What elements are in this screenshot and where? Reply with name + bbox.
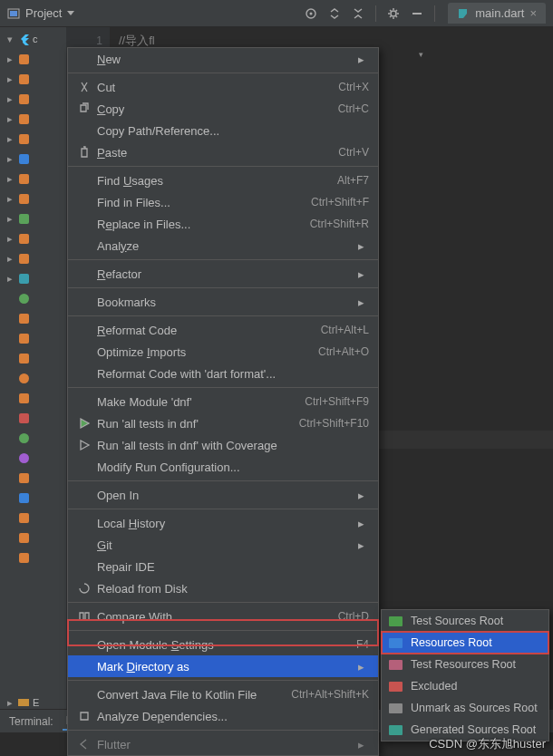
target-icon[interactable] (301, 4, 321, 24)
tree-item[interactable] (0, 508, 66, 528)
gear-icon[interactable] (383, 4, 403, 24)
menu-item[interactable]: CutCtrl+X (68, 76, 378, 98)
menu-item[interactable]: Optimize ImportsCtrl+Alt+O (68, 341, 378, 363)
menu-item[interactable]: Mark Directory as▸ (68, 655, 378, 677)
submenu-item[interactable]: Excluded (382, 675, 548, 697)
tree-item[interactable] (0, 488, 66, 508)
tree-item[interactable]: ▸ (0, 109, 66, 129)
close-icon[interactable]: × (529, 6, 537, 20)
menu-item[interactable]: Local History▸ (68, 512, 378, 534)
menu-item[interactable]: CopyCtrl+C (68, 98, 378, 120)
tree-item[interactable] (0, 428, 66, 448)
tree-item[interactable]: ▸ (0, 189, 66, 208)
tree-item[interactable] (0, 328, 66, 348)
tree-item[interactable]: ▸ (0, 228, 66, 248)
menu-item[interactable]: Replace in Files...Ctrl+Shift+R (68, 213, 378, 235)
menu-item[interactable]: Refactor▸ (68, 263, 378, 285)
tree-item[interactable]: ▸ (0, 149, 66, 169)
tree-item[interactable]: ▸ (0, 89, 66, 109)
flutter-icon (17, 33, 30, 45)
tab-filename: main.dart (475, 6, 524, 20)
menu-item[interactable]: New▸ (68, 48, 378, 70)
submenu-item[interactable]: Test Resources Root (382, 654, 548, 675)
menu-item[interactable]: Compare With...Ctrl+D (68, 606, 378, 627)
context-menu: New▸CutCtrl+XCopyCtrl+CCopy Path/Referen… (67, 47, 379, 756)
menu-item[interactable]: Copy Path/Reference... (68, 120, 378, 141)
tree-item[interactable] (0, 408, 66, 428)
expand-all-icon[interactable] (325, 4, 344, 24)
editor-tab[interactable]: main.dart × (448, 3, 546, 24)
tree-item[interactable] (0, 448, 66, 468)
tree-item[interactable] (0, 388, 66, 408)
svg-point-4 (391, 11, 396, 16)
menu-item[interactable]: PasteCtrl+V (68, 141, 378, 163)
menu-item[interactable]: Run 'all tests in dnf' with Coverage (68, 434, 378, 456)
toolbar: Project main.dart × (0, 0, 553, 27)
tree-item[interactable] (0, 308, 66, 328)
menu-item[interactable]: Make Module 'dnf'Ctrl+Shift+F9 (68, 391, 378, 412)
menu-item[interactable]: Run 'all tests in dnf'Ctrl+Shift+F10 (68, 412, 378, 434)
terminal-label: Terminal: (9, 715, 53, 728)
tree-item[interactable] (0, 548, 66, 567)
menu-item[interactable]: Repair IDE (68, 556, 378, 577)
collapse-all-icon[interactable] (348, 4, 368, 24)
tree-item[interactable] (0, 468, 66, 488)
menu-item[interactable]: Modify Run Configuration... (68, 456, 378, 478)
menu-item[interactable]: Reload from Disk (68, 577, 378, 599)
mark-directory-submenu: Test Sources RootResources RootTest Reso… (381, 609, 549, 741)
svg-rect-6 (18, 699, 29, 706)
tree-item[interactable]: ▸ (0, 169, 66, 189)
project-tree: ▾c ▸ ▸ ▸ ▸ ▸ ▸ ▸ ▸ ▸ ▸ ▸ ▸ ▸E S (0, 27, 66, 732)
tree-item[interactable] (0, 348, 66, 368)
svg-rect-5 (412, 13, 422, 15)
menu-item[interactable]: Reformat CodeCtrl+Alt+L (68, 319, 378, 341)
menu-item[interactable]: Git▸ (68, 534, 378, 556)
tree-item[interactable]: ▸ (0, 129, 66, 149)
menu-item[interactable]: Analyze▸ (68, 235, 378, 257)
tree-item[interactable] (0, 528, 66, 548)
menu-item[interactable]: Open In▸ (68, 484, 378, 506)
menu-item[interactable]: Analyze Dependencies... (68, 705, 378, 727)
tree-item[interactable]: ▸ (0, 69, 66, 89)
chevron-down-icon (67, 11, 74, 16)
tree-item[interactable] (0, 288, 66, 308)
fold-markers: ▾ (419, 27, 430, 535)
menu-item[interactable]: Bookmarks▸ (68, 291, 378, 313)
menu-item[interactable]: Convert Java File to Kotlin FileCtrl+Alt… (68, 683, 378, 705)
menu-item[interactable]: Find UsagesAlt+F7 (68, 170, 378, 191)
dart-file-icon (457, 7, 470, 20)
tree-item[interactable]: ▸ (0, 208, 66, 228)
tree-root[interactable]: ▾c (0, 29, 66, 49)
menu-item[interactable]: Find in Files...Ctrl+Shift+F (68, 191, 378, 213)
svg-rect-1 (10, 11, 17, 16)
menu-item[interactable]: Flutter▸ (68, 733, 378, 755)
svg-point-3 (310, 12, 313, 15)
tree-item[interactable]: ▸ (0, 268, 66, 288)
menu-item[interactable]: Reformat Code with 'dart format'... (68, 363, 378, 384)
submenu-item[interactable]: Resources Root (382, 632, 548, 654)
project-dropdown[interactable]: Project (7, 6, 74, 20)
tree-item[interactable]: ▸ (0, 49, 66, 69)
minimize-icon[interactable] (407, 4, 427, 24)
submenu-item[interactable]: Test Sources Root (382, 610, 548, 632)
watermark: CSDN @东东旭huster (429, 736, 546, 752)
tree-item[interactable] (0, 368, 66, 388)
submenu-item[interactable]: Unmark as Sources Root (382, 697, 548, 719)
project-icon (7, 7, 20, 20)
project-label: Project (25, 6, 62, 20)
menu-item[interactable]: Open Module SettingsF4 (68, 634, 378, 655)
tree-item[interactable]: ▸ (0, 248, 66, 268)
